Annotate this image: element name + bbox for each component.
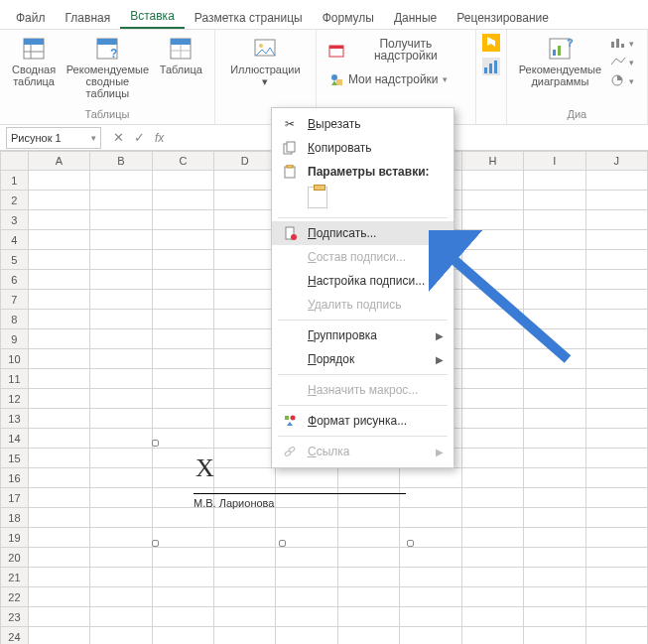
column-header[interactable]: A bbox=[28, 152, 89, 171]
cell[interactable] bbox=[214, 568, 276, 587]
chart-type-2-icon[interactable]: ▾ bbox=[609, 55, 637, 71]
row-header[interactable]: 10 bbox=[1, 349, 29, 369]
row-header[interactable]: 6 bbox=[1, 270, 29, 290]
get-addins-button[interactable]: Получить надстройки bbox=[326, 34, 465, 65]
cell[interactable] bbox=[28, 548, 89, 568]
fx-label[interactable]: fx bbox=[155, 131, 164, 145]
selection-handle[interactable] bbox=[152, 540, 159, 547]
cell[interactable] bbox=[90, 389, 152, 409]
cell[interactable] bbox=[585, 607, 648, 627]
cell[interactable] bbox=[461, 508, 523, 528]
row-header[interactable]: 13 bbox=[1, 409, 29, 429]
menu-sign[interactable]: Подписать... bbox=[272, 221, 454, 245]
cell[interactable] bbox=[585, 310, 648, 329]
cell[interactable] bbox=[152, 409, 213, 429]
cell[interactable] bbox=[585, 349, 648, 369]
pivot-table-button[interactable]: Сводная таблица bbox=[10, 34, 58, 89]
people-graph-icon[interactable] bbox=[482, 58, 500, 78]
cell[interactable] bbox=[90, 568, 152, 587]
chart-type-1-icon[interactable]: ▾ bbox=[609, 36, 637, 53]
cell[interactable] bbox=[524, 587, 585, 607]
cell[interactable] bbox=[276, 568, 337, 587]
row-header[interactable]: 21 bbox=[1, 568, 29, 587]
column-header[interactable]: H bbox=[461, 152, 523, 171]
cell[interactable] bbox=[524, 369, 585, 389]
cell[interactable] bbox=[461, 627, 523, 645]
selection-handle[interactable] bbox=[279, 540, 286, 547]
cell[interactable] bbox=[585, 191, 648, 210]
cell[interactable] bbox=[214, 329, 276, 349]
cell[interactable] bbox=[214, 587, 276, 607]
cell[interactable] bbox=[524, 230, 585, 250]
cell[interactable] bbox=[214, 171, 276, 191]
cell[interactable] bbox=[461, 488, 523, 508]
cell[interactable] bbox=[276, 548, 337, 568]
menu-order[interactable]: Порядок ▶ bbox=[272, 347, 454, 371]
cell[interactable] bbox=[90, 468, 152, 488]
cell[interactable] bbox=[585, 488, 648, 508]
cell[interactable] bbox=[28, 488, 89, 508]
cell[interactable] bbox=[524, 290, 585, 310]
row-header[interactable]: 1 bbox=[1, 171, 29, 191]
cell[interactable] bbox=[400, 548, 461, 568]
cell[interactable] bbox=[214, 290, 276, 310]
cell[interactable] bbox=[90, 587, 152, 607]
cell[interactable] bbox=[524, 329, 585, 349]
row-header[interactable]: 22 bbox=[1, 587, 29, 607]
cell[interactable] bbox=[585, 230, 648, 250]
cell[interactable] bbox=[28, 468, 89, 488]
row-header[interactable]: 5 bbox=[1, 250, 29, 270]
tab-review[interactable]: Рецензирование bbox=[447, 5, 559, 29]
tab-formulas[interactable]: Формулы bbox=[313, 5, 384, 29]
chart-type-3-icon[interactable]: ▾ bbox=[609, 73, 637, 90]
cell[interactable] bbox=[585, 568, 648, 587]
cell[interactable] bbox=[28, 250, 89, 270]
cell[interactable] bbox=[524, 548, 585, 568]
cell[interactable] bbox=[524, 429, 585, 449]
cell[interactable] bbox=[152, 627, 213, 645]
cell[interactable] bbox=[28, 429, 89, 449]
cell[interactable] bbox=[152, 230, 213, 250]
cell[interactable] bbox=[152, 548, 213, 568]
cell[interactable] bbox=[214, 409, 276, 429]
row-header[interactable]: 7 bbox=[1, 290, 29, 310]
cell[interactable] bbox=[214, 191, 276, 210]
cell[interactable] bbox=[461, 468, 523, 488]
row-header[interactable]: 2 bbox=[1, 191, 29, 210]
row-header[interactable]: 9 bbox=[1, 329, 29, 349]
cell[interactable] bbox=[337, 607, 399, 627]
menu-signature-setup[interactable]: Настройка подписи... bbox=[272, 269, 454, 293]
cell[interactable] bbox=[28, 290, 89, 310]
cell[interactable] bbox=[90, 349, 152, 369]
cell[interactable] bbox=[524, 171, 585, 191]
cell[interactable] bbox=[585, 528, 648, 548]
cell[interactable] bbox=[90, 369, 152, 389]
cell[interactable] bbox=[152, 587, 213, 607]
menu-paste-option[interactable] bbox=[272, 184, 454, 214]
row-header[interactable]: 16 bbox=[1, 468, 29, 488]
cell[interactable] bbox=[28, 389, 89, 409]
row-header[interactable]: 18 bbox=[1, 508, 29, 528]
cell[interactable] bbox=[90, 329, 152, 349]
cell[interactable] bbox=[90, 607, 152, 627]
cell[interactable] bbox=[28, 349, 89, 369]
cell[interactable] bbox=[585, 290, 648, 310]
cell[interactable] bbox=[524, 270, 585, 290]
cell[interactable] bbox=[90, 488, 152, 508]
cell[interactable] bbox=[461, 250, 523, 270]
cell[interactable] bbox=[585, 548, 648, 568]
cell[interactable] bbox=[461, 449, 523, 468]
cell[interactable] bbox=[524, 468, 585, 488]
cell[interactable] bbox=[214, 369, 276, 389]
tab-file[interactable]: Файл bbox=[6, 5, 56, 29]
cell[interactable] bbox=[461, 210, 523, 230]
cell[interactable] bbox=[585, 627, 648, 645]
cell[interactable] bbox=[214, 270, 276, 290]
selection-handle[interactable] bbox=[407, 540, 414, 547]
cell[interactable] bbox=[461, 329, 523, 349]
cell[interactable] bbox=[461, 528, 523, 548]
cell[interactable] bbox=[214, 548, 276, 568]
recommended-pivot-button[interactable]: ? Рекомендуемые сводные таблицы bbox=[64, 34, 152, 101]
row-header[interactable]: 24 bbox=[1, 627, 29, 645]
cell[interactable] bbox=[461, 568, 523, 587]
